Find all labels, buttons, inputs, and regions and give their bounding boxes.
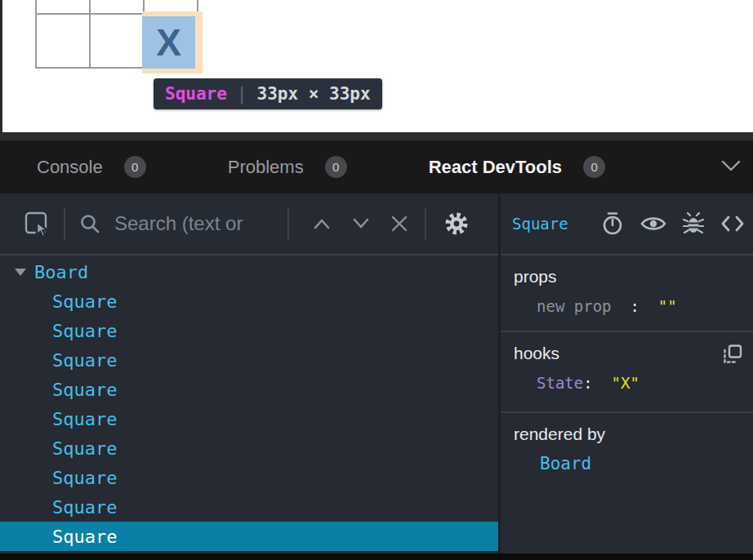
- toolbar-divider: [425, 207, 426, 240]
- chevron-down-icon[interactable]: [720, 158, 742, 173]
- tree-item-label: Square: [52, 527, 117, 547]
- search-input[interactable]: [114, 212, 284, 235]
- hooks-colon: :: [583, 374, 592, 392]
- tab-problems-label: Problems: [228, 157, 304, 178]
- parse-hook-names-icon[interactable]: [722, 344, 743, 365]
- profiler-stopwatch-icon[interactable]: [601, 211, 624, 236]
- tree-item-label: Square: [52, 291, 117, 312]
- react-devtools-panel: Board Square Square Square Square Square…: [0, 193, 753, 553]
- problems-count-badge: 0: [325, 156, 347, 178]
- drawer-splitter[interactable]: [0, 132, 753, 140]
- bottom-edge-bar: [0, 553, 753, 560]
- tree-item-square[interactable]: Square: [0, 404, 498, 433]
- new-prop-input[interactable]: new prop: [537, 297, 612, 315]
- tree-item-label: Square: [52, 350, 117, 371]
- settings-gear-icon[interactable]: [443, 210, 470, 238]
- hooks-section-title: hooks: [514, 344, 742, 363]
- tree-item-square[interactable]: Square: [0, 287, 498, 316]
- screenshot-root: X Square | 33px × 33px Console 0 Problem…: [0, 0, 753, 560]
- debug-bug-icon[interactable]: [683, 212, 704, 235]
- hooks-section: hooks State: "X": [501, 332, 753, 413]
- inspector-panel: Square: [501, 193, 753, 553]
- tree-item-square[interactable]: Square: [0, 433, 498, 463]
- tab-console-label: Console: [37, 157, 103, 178]
- clear-search-icon[interactable]: [390, 215, 408, 233]
- props-section-title: props: [514, 267, 742, 287]
- tree-item-label: Square: [52, 438, 117, 459]
- tree-toolbar: [0, 193, 498, 256]
- drawer-tabbar: Console 0 Problems 0 React DevTools 0: [0, 140, 753, 193]
- tab-console[interactable]: Console 0: [37, 156, 146, 178]
- view-source-icon[interactable]: [720, 214, 745, 233]
- tooltip-separator: |: [237, 84, 247, 104]
- selected-component-name: Square: [512, 215, 568, 233]
- tab-react-devtools[interactable]: React DevTools 0: [429, 156, 605, 178]
- inspect-eye-icon[interactable]: [640, 214, 666, 233]
- tree-item-label: Board: [34, 262, 88, 282]
- tree-item-square[interactable]: Square: [0, 375, 498, 404]
- inspected-square-cell[interactable]: X: [142, 16, 195, 69]
- tree-item-square[interactable]: Square: [0, 316, 498, 345]
- inspect-tooltip: Square | 33px × 33px: [154, 78, 382, 109]
- previous-match-icon[interactable]: [312, 217, 332, 230]
- square-mark: X: [156, 24, 181, 61]
- tree-item-label: Square: [52, 380, 117, 400]
- prop-value[interactable]: "": [658, 297, 677, 315]
- inspect-element-icon[interactable]: [23, 210, 51, 238]
- next-match-icon[interactable]: [351, 217, 371, 230]
- tree-item-square[interactable]: Square: [0, 345, 498, 375]
- tooltip-dimensions: 33px × 33px: [257, 84, 371, 104]
- hook-state-value[interactable]: "X": [612, 374, 639, 392]
- tree-item-label: Square: [52, 409, 117, 429]
- rendered-by-section: rendered by Board: [501, 413, 753, 552]
- search-icon: [78, 212, 101, 235]
- tree-item-board[interactable]: Board: [0, 257, 498, 287]
- hook-state-label: State: [537, 374, 583, 392]
- collapse-caret-icon[interactable]: [15, 269, 26, 276]
- inspector-header: Square: [501, 193, 753, 256]
- tree-item-square[interactable]: Square: [0, 463, 498, 492]
- rendered-by-board-link[interactable]: Board: [514, 454, 742, 473]
- browser-viewport: X Square | 33px × 33px: [0, 0, 753, 132]
- component-tree: Board Square Square Square Square Square…: [0, 256, 498, 551]
- tab-react-devtools-label: React DevTools: [429, 157, 562, 178]
- components-tree-panel: Board Square Square Square Square Square…: [0, 193, 498, 553]
- toolbar-divider: [287, 207, 289, 240]
- tab-problems[interactable]: Problems 0: [228, 156, 347, 178]
- toolbar-divider: [64, 207, 65, 240]
- tree-item-square-selected[interactable]: Square: [0, 522, 498, 551]
- tooltip-component-name: Square: [165, 84, 227, 104]
- tree-item-label: Square: [52, 468, 117, 488]
- console-count-badge: 0: [124, 156, 146, 178]
- react-devtools-count-badge: 0: [583, 156, 605, 178]
- tree-item-label: Square: [52, 497, 117, 518]
- props-colon: :: [630, 297, 639, 315]
- props-section: props new prop : "": [501, 256, 753, 332]
- tree-item-label: Square: [52, 321, 117, 341]
- tree-item-square[interactable]: Square: [0, 492, 498, 522]
- rendered-by-title: rendered by: [514, 424, 742, 444]
